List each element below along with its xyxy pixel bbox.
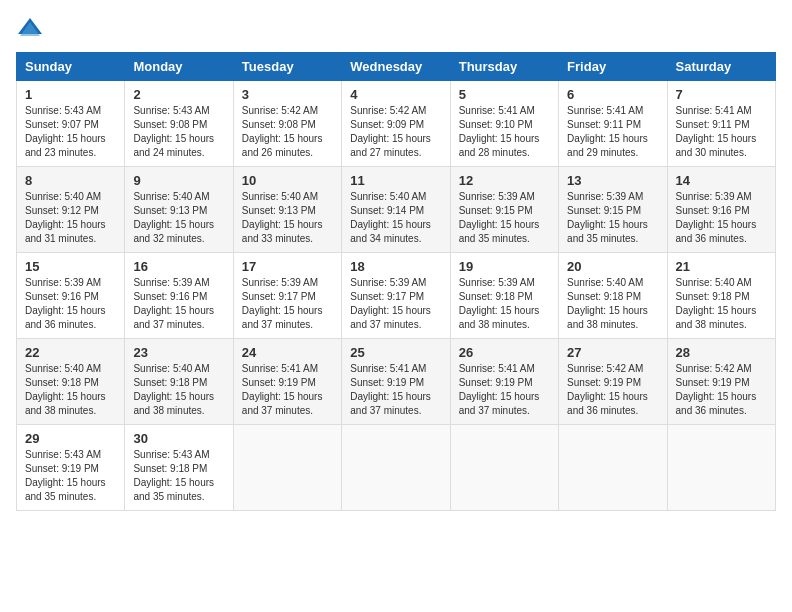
day-number: 23 (133, 345, 224, 360)
day-number: 19 (459, 259, 550, 274)
calendar-cell: 4 Sunrise: 5:42 AM Sunset: 9:09 PM Dayli… (342, 81, 450, 167)
calendar-cell: 13 Sunrise: 5:39 AM Sunset: 9:15 PM Dayl… (559, 167, 667, 253)
calendar-cell: 26 Sunrise: 5:41 AM Sunset: 9:19 PM Dayl… (450, 339, 558, 425)
calendar-cell: 20 Sunrise: 5:40 AM Sunset: 9:18 PM Dayl… (559, 253, 667, 339)
day-info: Sunrise: 5:39 AM Sunset: 9:16 PM Dayligh… (133, 276, 224, 332)
day-info: Sunrise: 5:43 AM Sunset: 9:18 PM Dayligh… (133, 448, 224, 504)
day-info: Sunrise: 5:40 AM Sunset: 9:12 PM Dayligh… (25, 190, 116, 246)
day-number: 14 (676, 173, 767, 188)
day-number: 21 (676, 259, 767, 274)
day-number: 1 (25, 87, 116, 102)
day-info: Sunrise: 5:41 AM Sunset: 9:19 PM Dayligh… (459, 362, 550, 418)
day-info: Sunrise: 5:41 AM Sunset: 9:11 PM Dayligh… (567, 104, 658, 160)
day-info: Sunrise: 5:39 AM Sunset: 9:17 PM Dayligh… (350, 276, 441, 332)
day-number: 5 (459, 87, 550, 102)
calendar-cell: 18 Sunrise: 5:39 AM Sunset: 9:17 PM Dayl… (342, 253, 450, 339)
calendar-cell: 7 Sunrise: 5:41 AM Sunset: 9:11 PM Dayli… (667, 81, 775, 167)
day-header-saturday: Saturday (667, 53, 775, 81)
day-info: Sunrise: 5:42 AM Sunset: 9:09 PM Dayligh… (350, 104, 441, 160)
day-number: 27 (567, 345, 658, 360)
calendar-cell (450, 425, 558, 511)
day-info: Sunrise: 5:43 AM Sunset: 9:07 PM Dayligh… (25, 104, 116, 160)
calendar-week-4: 22 Sunrise: 5:40 AM Sunset: 9:18 PM Dayl… (17, 339, 776, 425)
calendar-cell (559, 425, 667, 511)
calendar-week-1: 1 Sunrise: 5:43 AM Sunset: 9:07 PM Dayli… (17, 81, 776, 167)
day-info: Sunrise: 5:39 AM Sunset: 9:16 PM Dayligh… (25, 276, 116, 332)
calendar-header-row: SundayMondayTuesdayWednesdayThursdayFrid… (17, 53, 776, 81)
day-info: Sunrise: 5:39 AM Sunset: 9:18 PM Dayligh… (459, 276, 550, 332)
day-number: 4 (350, 87, 441, 102)
day-number: 11 (350, 173, 441, 188)
calendar-cell (233, 425, 341, 511)
day-number: 12 (459, 173, 550, 188)
calendar-cell: 14 Sunrise: 5:39 AM Sunset: 9:16 PM Dayl… (667, 167, 775, 253)
calendar-cell: 23 Sunrise: 5:40 AM Sunset: 9:18 PM Dayl… (125, 339, 233, 425)
day-info: Sunrise: 5:40 AM Sunset: 9:18 PM Dayligh… (133, 362, 224, 418)
calendar-cell: 2 Sunrise: 5:43 AM Sunset: 9:08 PM Dayli… (125, 81, 233, 167)
day-info: Sunrise: 5:39 AM Sunset: 9:15 PM Dayligh… (459, 190, 550, 246)
day-info: Sunrise: 5:39 AM Sunset: 9:16 PM Dayligh… (676, 190, 767, 246)
day-header-thursday: Thursday (450, 53, 558, 81)
day-info: Sunrise: 5:40 AM Sunset: 9:18 PM Dayligh… (567, 276, 658, 332)
day-info: Sunrise: 5:41 AM Sunset: 9:19 PM Dayligh… (350, 362, 441, 418)
calendar-cell: 19 Sunrise: 5:39 AM Sunset: 9:18 PM Dayl… (450, 253, 558, 339)
day-number: 30 (133, 431, 224, 446)
day-number: 20 (567, 259, 658, 274)
day-number: 9 (133, 173, 224, 188)
day-number: 15 (25, 259, 116, 274)
day-number: 8 (25, 173, 116, 188)
day-info: Sunrise: 5:42 AM Sunset: 9:19 PM Dayligh… (567, 362, 658, 418)
calendar-cell: 15 Sunrise: 5:39 AM Sunset: 9:16 PM Dayl… (17, 253, 125, 339)
day-info: Sunrise: 5:40 AM Sunset: 9:18 PM Dayligh… (676, 276, 767, 332)
day-header-wednesday: Wednesday (342, 53, 450, 81)
day-info: Sunrise: 5:43 AM Sunset: 9:19 PM Dayligh… (25, 448, 116, 504)
calendar-cell: 25 Sunrise: 5:41 AM Sunset: 9:19 PM Dayl… (342, 339, 450, 425)
calendar-cell: 12 Sunrise: 5:39 AM Sunset: 9:15 PM Dayl… (450, 167, 558, 253)
calendar-week-5: 29 Sunrise: 5:43 AM Sunset: 9:19 PM Dayl… (17, 425, 776, 511)
day-header-tuesday: Tuesday (233, 53, 341, 81)
calendar-cell: 24 Sunrise: 5:41 AM Sunset: 9:19 PM Dayl… (233, 339, 341, 425)
day-info: Sunrise: 5:39 AM Sunset: 9:15 PM Dayligh… (567, 190, 658, 246)
calendar-cell: 5 Sunrise: 5:41 AM Sunset: 9:10 PM Dayli… (450, 81, 558, 167)
day-info: Sunrise: 5:41 AM Sunset: 9:10 PM Dayligh… (459, 104, 550, 160)
calendar-cell: 30 Sunrise: 5:43 AM Sunset: 9:18 PM Dayl… (125, 425, 233, 511)
day-number: 24 (242, 345, 333, 360)
day-number: 13 (567, 173, 658, 188)
calendar-cell (342, 425, 450, 511)
calendar-cell: 3 Sunrise: 5:42 AM Sunset: 9:08 PM Dayli… (233, 81, 341, 167)
calendar-cell: 21 Sunrise: 5:40 AM Sunset: 9:18 PM Dayl… (667, 253, 775, 339)
day-number: 22 (25, 345, 116, 360)
calendar-cell: 29 Sunrise: 5:43 AM Sunset: 9:19 PM Dayl… (17, 425, 125, 511)
day-number: 16 (133, 259, 224, 274)
day-info: Sunrise: 5:40 AM Sunset: 9:14 PM Dayligh… (350, 190, 441, 246)
header (16, 16, 776, 40)
day-info: Sunrise: 5:43 AM Sunset: 9:08 PM Dayligh… (133, 104, 224, 160)
calendar-cell: 28 Sunrise: 5:42 AM Sunset: 9:19 PM Dayl… (667, 339, 775, 425)
calendar-week-3: 15 Sunrise: 5:39 AM Sunset: 9:16 PM Dayl… (17, 253, 776, 339)
day-info: Sunrise: 5:40 AM Sunset: 9:13 PM Dayligh… (242, 190, 333, 246)
day-header-sunday: Sunday (17, 53, 125, 81)
day-number: 18 (350, 259, 441, 274)
logo (16, 16, 48, 40)
calendar-cell: 11 Sunrise: 5:40 AM Sunset: 9:14 PM Dayl… (342, 167, 450, 253)
day-number: 29 (25, 431, 116, 446)
calendar-cell: 27 Sunrise: 5:42 AM Sunset: 9:19 PM Dayl… (559, 339, 667, 425)
day-info: Sunrise: 5:40 AM Sunset: 9:13 PM Dayligh… (133, 190, 224, 246)
day-number: 28 (676, 345, 767, 360)
day-number: 3 (242, 87, 333, 102)
calendar-week-2: 8 Sunrise: 5:40 AM Sunset: 9:12 PM Dayli… (17, 167, 776, 253)
calendar-cell: 17 Sunrise: 5:39 AM Sunset: 9:17 PM Dayl… (233, 253, 341, 339)
calendar-cell: 10 Sunrise: 5:40 AM Sunset: 9:13 PM Dayl… (233, 167, 341, 253)
day-info: Sunrise: 5:42 AM Sunset: 9:19 PM Dayligh… (676, 362, 767, 418)
day-header-friday: Friday (559, 53, 667, 81)
day-header-monday: Monday (125, 53, 233, 81)
calendar-cell: 8 Sunrise: 5:40 AM Sunset: 9:12 PM Dayli… (17, 167, 125, 253)
calendar-cell: 9 Sunrise: 5:40 AM Sunset: 9:13 PM Dayli… (125, 167, 233, 253)
calendar-cell (667, 425, 775, 511)
calendar-cell: 1 Sunrise: 5:43 AM Sunset: 9:07 PM Dayli… (17, 81, 125, 167)
day-info: Sunrise: 5:41 AM Sunset: 9:19 PM Dayligh… (242, 362, 333, 418)
day-number: 25 (350, 345, 441, 360)
calendar-cell: 6 Sunrise: 5:41 AM Sunset: 9:11 PM Dayli… (559, 81, 667, 167)
day-number: 7 (676, 87, 767, 102)
calendar-cell: 16 Sunrise: 5:39 AM Sunset: 9:16 PM Dayl… (125, 253, 233, 339)
